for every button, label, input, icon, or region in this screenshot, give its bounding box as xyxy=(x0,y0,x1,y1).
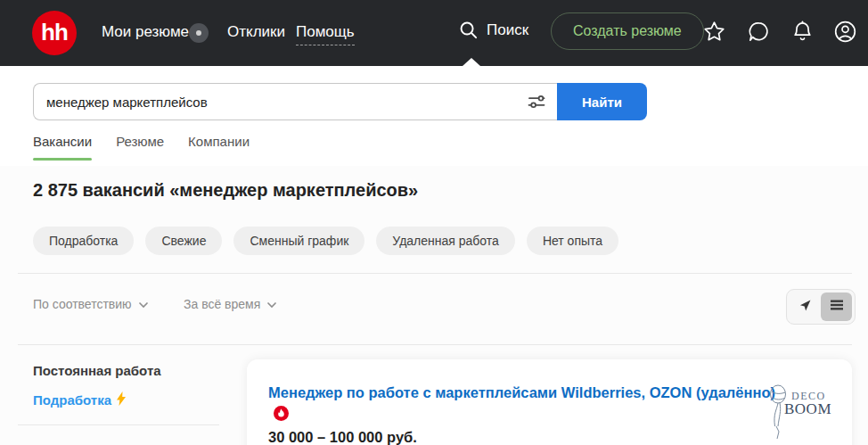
divider xyxy=(18,344,852,345)
search-query-input[interactable] xyxy=(33,83,557,120)
vacancy-title-text: Менеджер по работе с маркетплейсами Wild… xyxy=(268,384,775,400)
hh-search-page: hh Мои резюме Отклики Помощь Поиск Созда… xyxy=(0,0,868,445)
list-view-button[interactable] xyxy=(821,293,852,321)
search-field-wrap xyxy=(33,83,557,120)
chip-part-time[interactable]: Подработка xyxy=(33,227,134,255)
quick-filter-chips: Подработка Свежие Сменный график Удаленн… xyxy=(33,227,618,255)
chip-fresh[interactable]: Свежие xyxy=(145,227,222,255)
chevron-down-icon xyxy=(138,297,149,311)
top-navigation-bar: hh Мои резюме Отклики Помощь Поиск Созда… xyxy=(0,0,868,66)
divider xyxy=(18,273,852,274)
chip-no-experience[interactable]: Нет опыта xyxy=(527,227,618,255)
sidebar-item-permanent-work[interactable]: Постоянная работа xyxy=(33,363,161,378)
tab-resumes[interactable]: Резюме xyxy=(116,134,164,158)
chevron-down-icon xyxy=(266,297,277,311)
search-panel-pointer xyxy=(463,58,480,66)
hh-logo[interactable]: hh xyxy=(32,11,77,55)
results-area: 2 875 вакансий «менеджер маркетплейсов» … xyxy=(0,166,868,445)
sort-by-dropdown[interactable]: По соответствию xyxy=(33,297,149,311)
period-dropdown[interactable]: За всё время xyxy=(184,297,277,311)
search-panel: Найти Вакансии Резюме Компании xyxy=(0,66,868,166)
list-icon xyxy=(830,299,844,315)
vacancy-salary: 30 000 – 100 000 руб. xyxy=(268,429,831,445)
tab-companies[interactable]: Компании xyxy=(188,134,250,158)
top-search-toggle[interactable]: Поиск xyxy=(458,20,528,40)
part-time-label: Подработка xyxy=(33,392,111,408)
results-count-title: 2 875 вакансий «менеджер маркетплейсов» xyxy=(33,180,418,201)
profile-icon[interactable] xyxy=(833,20,857,44)
messages-chat-icon[interactable] xyxy=(747,20,771,44)
nav-help[interactable]: Помощь xyxy=(296,23,355,45)
sidebar-divider xyxy=(18,424,219,425)
hot-vacancy-fire-icon xyxy=(274,406,289,421)
chip-shift-schedule[interactable]: Сменный график xyxy=(233,227,364,255)
sort-by-label: По соответствию xyxy=(33,297,132,311)
company-logo-text-bottom: BOOM xyxy=(784,400,831,418)
tab-vacancies[interactable]: Вакансии xyxy=(33,134,92,158)
top-search-label: Поиск xyxy=(487,21,528,39)
search-icon xyxy=(458,20,479,40)
lightning-bolt-icon xyxy=(116,391,127,408)
search-tabs: Вакансии Резюме Компании xyxy=(33,134,250,158)
nav-my-resumes[interactable]: Мои резюме xyxy=(102,23,189,41)
create-resume-button[interactable]: Создать резюме xyxy=(551,12,704,50)
find-button[interactable]: Найти xyxy=(557,83,647,120)
map-cursor-icon xyxy=(798,298,813,317)
advanced-filters-icon[interactable] xyxy=(526,91,547,112)
sidebar-item-part-time[interactable]: Подработка xyxy=(33,391,127,408)
favorites-star-icon[interactable] xyxy=(702,20,726,44)
map-view-button[interactable] xyxy=(790,293,821,321)
chip-remote-work[interactable]: Удаленная работа xyxy=(376,227,515,255)
company-logo[interactable]: DECO BOOM xyxy=(768,383,834,440)
notifications-bell-icon[interactable] xyxy=(790,20,815,44)
vacancy-title-link[interactable]: Менеджер по работе с маркетплейсами Wild… xyxy=(268,383,781,424)
nav-responses[interactable]: Отклики xyxy=(227,23,285,41)
vacancy-card[interactable]: Менеджер по работе с маркетплейсами Wild… xyxy=(247,359,852,445)
my-resumes-badge[interactable] xyxy=(189,23,209,43)
period-label: За всё время xyxy=(184,297,260,311)
view-mode-toggle xyxy=(786,289,856,325)
